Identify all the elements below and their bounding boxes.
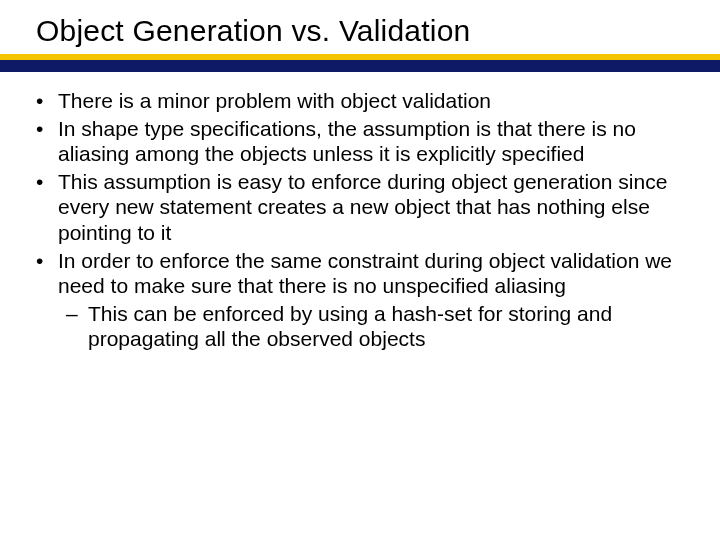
list-item: In order to enforce the same constraint … [28, 248, 692, 352]
bullet-text: There is a minor problem with object val… [58, 89, 491, 112]
bullet-text: In order to enforce the same constraint … [58, 249, 672, 298]
list-item: This can be enforced by using a hash-set… [58, 301, 692, 352]
bullet-list: There is a minor problem with object val… [28, 88, 692, 352]
sub-list: This can be enforced by using a hash-set… [58, 301, 692, 352]
slide-body: There is a minor problem with object val… [0, 72, 720, 352]
title-area: Object Generation vs. Validation [0, 0, 720, 48]
list-item: This assumption is easy to enforce durin… [28, 169, 692, 246]
slide-title: Object Generation vs. Validation [36, 14, 720, 48]
list-item: There is a minor problem with object val… [28, 88, 692, 114]
bullet-text: This assumption is easy to enforce durin… [58, 170, 667, 244]
slide: Object Generation vs. Validation There i… [0, 0, 720, 540]
list-item: In shape type specifications, the assump… [28, 116, 692, 167]
divider-navy [0, 60, 720, 72]
bullet-text: In shape type specifications, the assump… [58, 117, 636, 166]
bullet-text: This can be enforced by using a hash-set… [88, 302, 612, 351]
